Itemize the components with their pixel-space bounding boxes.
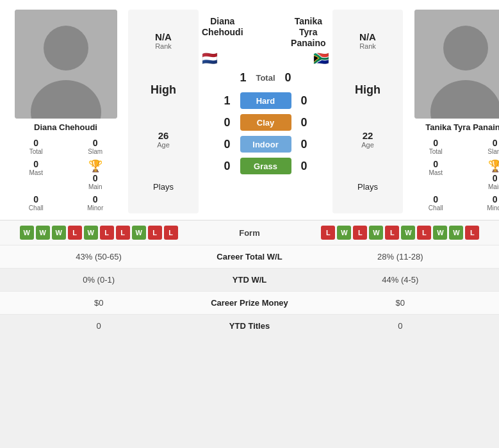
player2-avatar: [414, 10, 499, 119]
form-badge: L: [68, 226, 82, 240]
player2-total-score: 0: [282, 71, 295, 85]
player2-mast-cell: 0 Mast: [406, 157, 466, 192]
form-badge: L: [385, 226, 399, 240]
form-badge: W: [401, 226, 415, 240]
player2-main-value: 0: [493, 173, 498, 183]
form-badge: W: [132, 226, 146, 240]
form-badge: W: [52, 226, 66, 240]
stat-p1-value: 43% (50-65): [0, 245, 197, 269]
player2-high-label: High: [355, 83, 380, 97]
form-badge: L: [321, 226, 335, 240]
court-rows-container: 1 Hard 0 0 Clay 0 0 Indoor 0 0 Grass 0: [221, 92, 311, 179]
form-badge: W: [337, 226, 351, 240]
form-badge: W: [20, 226, 34, 240]
player1-slam-label: Slam: [67, 148, 124, 155]
stat-p2-value: $0: [302, 292, 499, 315]
player1-rank-value: N/A: [155, 31, 172, 42]
form-badge: L: [417, 226, 431, 240]
court-row-clay: 0 Clay 0: [221, 114, 311, 131]
player2-age-block: 22 Age: [361, 130, 374, 149]
court-hard-p2-score: 0: [298, 94, 311, 108]
player2-rank-value: N/A: [359, 31, 376, 42]
main-container: Diana Chehoudi 0 Total 0 Slam 0 Mast 🏆 0: [0, 0, 499, 337]
player1-chall-value: 0: [8, 194, 65, 204]
player1-age-value: 26: [157, 130, 170, 141]
stat-label: YTD W/L: [197, 269, 301, 292]
svg-point-1: [44, 26, 88, 71]
form-badge: W: [433, 226, 447, 240]
form-badge: W: [449, 226, 463, 240]
player1-total-cell: 0 Total: [6, 136, 66, 157]
court-row-indoor: 0 Indoor 0: [221, 136, 311, 153]
stat-label: Career Total W/L: [197, 245, 301, 269]
stats-row: 43% (50-65) Career Total W/L 28% (11-28): [0, 245, 499, 269]
stat-p1-value: $0: [0, 292, 197, 315]
player1-stats-grid: 0 Total 0 Slam 0 Mast 🏆 0 Main 0: [6, 136, 125, 213]
stat-p1-value: 0: [0, 315, 197, 338]
stat-label: YTD Titles: [197, 315, 301, 338]
court-row-hard: 1 Hard 0: [221, 92, 311, 109]
player1-name: Diana Chehoudi: [34, 122, 97, 132]
form-badge: W: [36, 226, 50, 240]
player1-rank-label: Rank: [155, 42, 172, 50]
player1-plays-label: Plays: [153, 182, 174, 192]
svg-point-4: [443, 26, 488, 71]
player2-slam-cell: 0 Slam: [466, 136, 499, 157]
player2-rank-label: Rank: [359, 42, 376, 50]
player2-mast-value: 0: [407, 159, 464, 169]
player2-main-label: Main: [488, 183, 499, 190]
player2-total-value: 0: [407, 138, 464, 148]
court-indoor-p2-score: 0: [298, 138, 311, 151]
player1-slam-cell: 0 Slam: [66, 136, 126, 157]
player1-avatar: [15, 10, 117, 119]
player1-total-label: Total: [8, 148, 65, 155]
center-panel: DianaChehoudi Tanika TyraPanaino 🇳🇱 🇿🇦 1…: [202, 10, 329, 213]
player2-slam-value: 0: [467, 138, 499, 148]
player1-total-value: 0: [8, 138, 65, 148]
player1-main-value: 0: [93, 173, 98, 183]
form-badge: L: [116, 226, 130, 240]
player2-trophy-cell: 🏆 0 Main: [466, 157, 499, 192]
player2-chall-label: Chall: [407, 204, 464, 212]
player1-rank-block: N/A Rank: [155, 31, 172, 50]
player2-total-label: Total: [407, 148, 464, 155]
court-clay-badge: Clay: [240, 114, 291, 131]
form-badge: W: [84, 226, 98, 240]
player2-chall-cell: 0 Chall: [406, 192, 466, 213]
total-row: 1 Total 0: [236, 71, 294, 85]
player1-form-badges: WWWLWLLWLL: [6, 226, 191, 240]
form-badge: L: [465, 226, 479, 240]
stat-p2-value: 44% (4-5): [302, 269, 499, 292]
bottom-table: WWWLWLLWLL Form LWLWLWLWWL 43% (50-65) C…: [0, 220, 499, 337]
form-badge: L: [353, 226, 367, 240]
player2-age-label: Age: [361, 141, 374, 149]
form-row: WWWLWLLWLL Form LWLWLWLWWL: [0, 220, 499, 245]
player1-mast-value: 0: [8, 159, 65, 169]
form-label: Form: [197, 220, 301, 245]
player1-mast-label: Mast: [8, 169, 65, 176]
court-clay-p2-score: 0: [298, 116, 311, 129]
center-player2-name: Tanika TyraPanaino: [288, 16, 329, 48]
player1-main-label: Main: [88, 183, 102, 190]
player2-chall-value: 0: [407, 194, 464, 204]
player1-flag: 🇳🇱: [202, 51, 218, 66]
player1-age-block: 26 Age: [157, 130, 170, 149]
player2-rank-block: N/A Rank: [359, 31, 376, 50]
player2-stats-grid: 0 Total 0 Slam 0 Mast 🏆 0 Main 0: [406, 136, 499, 213]
player2-flag: 🇿🇦: [313, 51, 329, 66]
player2-form-badges: LWLWLWLWWL: [308, 226, 493, 240]
court-hard-p1-score: 1: [221, 94, 234, 108]
player2-minor-label: Minor: [467, 204, 499, 212]
player2-mast-label: Mast: [407, 169, 464, 176]
player2-card: Tanika Tyra Panaino 0 Total 0 Slam 0 Mas…: [406, 10, 499, 213]
top-section: Diana Chehoudi 0 Total 0 Slam 0 Mast 🏆 0: [0, 0, 499, 220]
player1-high-label: High: [151, 83, 176, 97]
player2-minor-value: 0: [467, 194, 499, 204]
player2-minor-cell: 0 Minor: [466, 192, 499, 213]
center-player1-name: DianaChehoudi: [202, 16, 243, 48]
stat-p1-value: 0% (0-1): [0, 269, 197, 292]
court-grass-badge: Grass: [240, 158, 291, 174]
player2-name: Tanika Tyra Panaino: [425, 122, 499, 132]
player1-mast-cell: 0 Mast: [6, 157, 66, 192]
player1-minor-cell: 0 Minor: [66, 192, 126, 213]
